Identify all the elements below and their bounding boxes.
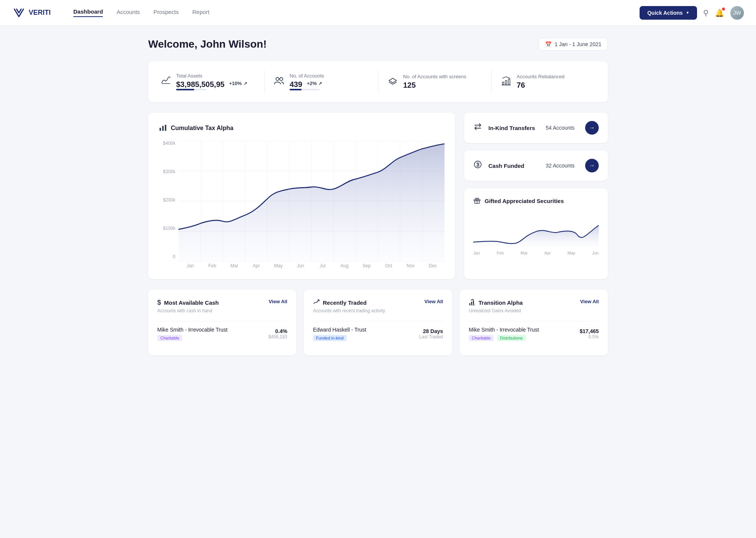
cash-card-title: $ Most Available Cash	[157, 299, 219, 307]
bar-rising-icon	[469, 299, 476, 307]
navbar: VERITI Dashboard Accounts Prospects Repo…	[0, 0, 756, 26]
traded-card-subtitle: Accounts with recent trading activity	[313, 308, 443, 313]
x-label-nov: Nov	[400, 263, 421, 268]
nav-report[interactable]: Report	[192, 9, 209, 17]
alpha-list-item: Mike Smith - Irrevocable Trust Charitabl…	[469, 321, 599, 346]
cash-funded-card: Cash Funded 32 Accounts →	[464, 150, 608, 181]
gifted-securities-card: Gifted Appreciated Securities	[464, 188, 608, 279]
x-label-sep: Sep	[356, 263, 378, 268]
quick-actions-button[interactable]: Quick Actions ▼	[640, 6, 697, 20]
mini-x-may: May	[567, 251, 575, 255]
svg-rect-32	[473, 301, 474, 305]
x-label-jun: Jun	[290, 263, 311, 268]
cash-item-name: Mike Smith - Irrevocable Trust	[157, 327, 228, 333]
alpha-item-badge: Charitable	[469, 335, 494, 341]
y-label-0: 0	[159, 254, 175, 259]
num-accounts-change: +2% ↗	[307, 81, 322, 86]
x-label-oct: Oct	[378, 263, 400, 268]
mini-chart-x-labels: Jan Feb Mar Apr May Jun	[473, 251, 599, 255]
dollar-circle-icon	[473, 160, 482, 171]
chart-lines-icon	[160, 75, 171, 88]
trending-icon	[313, 299, 320, 307]
traded-view-all-button[interactable]: View All	[424, 299, 443, 304]
tax-alpha-chart-card: Cumulative Tax Alpha $400k $300k $200k $…	[148, 113, 455, 279]
in-kind-action-button[interactable]: →	[585, 121, 599, 135]
chart-header: Cumulative Tax Alpha	[159, 123, 445, 133]
stat-divider-1	[264, 70, 265, 93]
layers-icon	[387, 75, 398, 88]
cash-view-all-button[interactable]: View All	[269, 299, 287, 304]
dropdown-arrow-icon: ▼	[686, 11, 689, 15]
stat-accounts-rebalanced: Accounts Rebalanced 76	[501, 74, 596, 90]
stat-total-assets: Total Assets $3,985,505,95 +10% ↗	[160, 73, 255, 90]
mini-chart-svg	[473, 211, 599, 248]
x-label-dec: Dec	[422, 263, 444, 268]
chart-container: $400k $300k $200k $100k 0	[159, 141, 445, 268]
main-content: Welcome, John Wilson! 📅 1 Jan - 1 June 2…	[136, 26, 620, 371]
date-range-picker[interactable]: 📅 1 Jan - 1 June 2021	[539, 38, 608, 51]
alpha-item-sub: 0.5%	[579, 334, 599, 340]
chart-title: Cumulative Tax Alpha	[171, 125, 233, 132]
svg-point-1	[276, 78, 279, 81]
nav-dashboard[interactable]: Dashboard	[73, 8, 103, 17]
svg-rect-9	[165, 125, 166, 131]
mini-x-mar: Mar	[521, 251, 528, 255]
right-column: In-Kind Transfers 54 Accounts → Cash Fun…	[464, 113, 608, 279]
alpha-card-title: Transition Alpha	[469, 299, 523, 307]
most-available-cash-card: $ Most Available Cash View All Accounts …	[148, 290, 296, 355]
cash-card-subtitle: Accounts with cash in hand	[157, 308, 287, 313]
chart-x-labels: Jan Feb Mar Apr May Jun Jul Aug Sep Oct …	[178, 263, 445, 268]
cash-card-header: $ Most Available Cash View All	[157, 299, 287, 307]
calendar-icon: 📅	[545, 41, 552, 47]
svg-rect-8	[162, 126, 164, 131]
cash-item-badge: Charitable	[157, 335, 182, 341]
traded-item-name: Edward Haskell - Trust	[313, 327, 366, 333]
nav-right: Quick Actions ▼ ⚲ 🔔 JW	[640, 6, 744, 20]
nav-prospects[interactable]: Prospects	[153, 9, 179, 17]
search-button[interactable]: ⚲	[703, 8, 709, 17]
alpha-view-all-button[interactable]: View All	[580, 299, 599, 304]
num-accounts-value: 439	[290, 80, 302, 89]
stat-divider-2	[378, 70, 378, 93]
cash-funded-label: Cash Funded	[488, 163, 524, 169]
x-label-jan: Jan	[179, 263, 201, 268]
mini-x-feb: Feb	[497, 251, 504, 255]
nav-accounts[interactable]: Accounts	[116, 9, 140, 17]
gifted-securities-title: Gifted Appreciated Securities	[473, 197, 599, 205]
avatar[interactable]: JW	[730, 6, 744, 20]
bar-chart-icon	[159, 123, 167, 133]
y-label-400k: $400k	[159, 141, 175, 146]
stat-divider-3	[491, 70, 492, 93]
traded-card-header: Recently Traded View All	[313, 299, 443, 307]
page-header: Welcome, John Wilson! 📅 1 Jan - 1 June 2…	[148, 38, 608, 51]
in-kind-transfers-card: In-Kind Transfers 54 Accounts →	[464, 113, 608, 143]
x-label-aug: Aug	[333, 263, 355, 268]
traded-item-value: 28 Days	[419, 328, 443, 334]
svg-point-2	[280, 78, 283, 81]
total-assets-bar	[176, 89, 206, 90]
alpha-card-subtitle: Unrealized Gains Avoided	[469, 308, 599, 313]
total-assets-value: $3,985,505,95	[176, 80, 225, 89]
y-label-200k: $200k	[159, 197, 175, 203]
x-label-feb: Feb	[201, 263, 223, 268]
alpha-item-value: $17,465	[579, 328, 599, 334]
transfers-icon	[473, 122, 482, 133]
stat-accounts-screens: No. of Accounts with screens 125	[387, 74, 482, 90]
y-label-100k: $100k	[159, 226, 175, 231]
notification-badge	[722, 8, 725, 11]
accounts-rebalanced-label: Accounts Rebalanced	[517, 74, 596, 79]
traded-item-badge: Funded in-kind	[313, 335, 347, 341]
total-assets-label: Total Assets	[176, 73, 255, 79]
gift-icon	[473, 197, 481, 205]
notifications-button[interactable]: 🔔	[715, 8, 724, 17]
svg-rect-7	[160, 128, 161, 131]
bottom-cards: $ Most Available Cash View All Accounts …	[148, 290, 608, 355]
in-kind-label: In-Kind Transfers	[488, 125, 535, 131]
svg-rect-30	[469, 303, 470, 305]
in-kind-count: 54 Accounts	[546, 125, 575, 131]
traded-card-title: Recently Traded	[313, 299, 367, 307]
search-icon: ⚲	[703, 9, 709, 17]
cash-funded-action-button[interactable]: →	[585, 159, 599, 172]
chart-svg-area	[178, 141, 445, 262]
transition-alpha-card: Transition Alpha View All Unrealized Gai…	[460, 290, 608, 355]
